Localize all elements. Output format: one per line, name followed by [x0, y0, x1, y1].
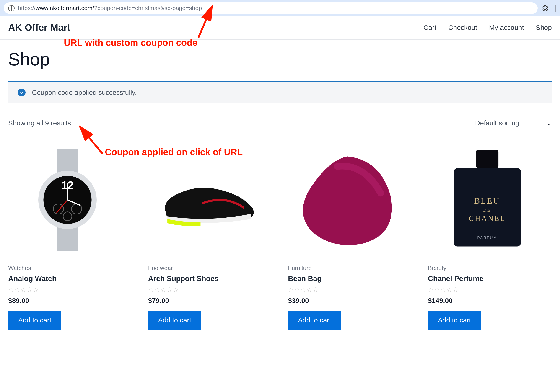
- svg-rect-13: [476, 149, 498, 168]
- chevron-down-icon: ⌄: [547, 119, 552, 127]
- product-image[interactable]: 12: [8, 141, 127, 259]
- product-name[interactable]: Chanel Perfume: [428, 274, 552, 283]
- product-card: Footwear Arch Support Shoes ☆☆☆☆☆ $79.00…: [148, 141, 272, 330]
- add-to-cart-button[interactable]: Add to cart: [8, 311, 61, 330]
- add-to-cart-button[interactable]: Add to cart: [288, 311, 341, 330]
- site-header: AK Offer Mart Cart Checkout My account S…: [0, 16, 560, 40]
- rating-stars: ☆☆☆☆☆: [428, 286, 552, 294]
- nav-shop[interactable]: Shop: [536, 24, 552, 31]
- shop-toolbar: Showing all 9 results Default sorting ⌄: [8, 119, 552, 127]
- alert-text: Coupon code applied successfully.: [32, 89, 137, 96]
- product-category: Watches: [8, 265, 132, 272]
- product-price: $79.00: [148, 297, 272, 304]
- site-title[interactable]: AK Offer Mart: [8, 22, 70, 33]
- svg-text:BLEU: BLEU: [474, 196, 500, 205]
- sort-label: Default sorting: [475, 119, 519, 127]
- svg-rect-3: [57, 225, 79, 251]
- rating-stars: ☆☆☆☆☆: [288, 286, 412, 294]
- url-text: https://www.akoffermart.com/?coupon-code…: [18, 5, 202, 12]
- product-card: Furniture Bean Bag ☆☆☆☆☆ $39.00 Add to c…: [288, 141, 412, 330]
- results-count: Showing all 9 results: [8, 119, 71, 127]
- add-to-cart-button[interactable]: Add to cart: [428, 311, 481, 330]
- check-icon: [18, 89, 26, 96]
- product-price: $149.00: [428, 297, 552, 304]
- product-grid: 12 Watches Analog Watch ☆☆☆☆☆ $89.00 Add…: [8, 141, 552, 330]
- product-name[interactable]: Arch Support Shoes: [148, 274, 272, 283]
- product-image[interactable]: [288, 141, 407, 259]
- nav-my-account[interactable]: My account: [489, 24, 524, 31]
- svg-text:DE: DE: [483, 208, 491, 213]
- nav-checkout[interactable]: Checkout: [448, 24, 477, 31]
- product-image[interactable]: BLEU DE CHANEL PARFUM: [428, 141, 547, 259]
- primary-nav: Cart Checkout My account Shop: [423, 24, 552, 31]
- page-body: URL with custom coupon code Shop Coupon …: [0, 40, 560, 343]
- globe-icon: [8, 5, 15, 11]
- rating-stars: ☆☆☆☆☆: [8, 286, 132, 294]
- product-category: Footwear: [148, 265, 272, 272]
- product-name[interactable]: Analog Watch: [8, 274, 132, 283]
- add-to-cart-button[interactable]: Add to cart: [148, 311, 201, 330]
- product-price: $39.00: [288, 297, 412, 304]
- product-card: BLEU DE CHANEL PARFUM Beauty Chanel Perf…: [428, 141, 552, 330]
- separator-icon: |: [555, 4, 556, 12]
- svg-rect-14: [453, 168, 521, 247]
- product-image[interactable]: [148, 141, 267, 259]
- success-alert: Coupon code applied successfully.: [8, 81, 552, 103]
- extensions-icon[interactable]: [541, 4, 549, 12]
- svg-text:PARFUM: PARFUM: [477, 236, 497, 240]
- page-title: Shop: [8, 49, 552, 70]
- product-category: Furniture: [288, 265, 412, 272]
- nav-cart[interactable]: Cart: [423, 24, 436, 31]
- svg-text:CHANEL: CHANEL: [469, 214, 506, 222]
- sort-select[interactable]: Default sorting ⌄: [475, 119, 552, 127]
- product-price: $89.00: [8, 297, 132, 304]
- product-card: 12 Watches Analog Watch ☆☆☆☆☆ $89.00 Add…: [8, 141, 132, 330]
- product-category: Beauty: [428, 265, 552, 272]
- address-bar[interactable]: https://www.akoffermart.com/?coupon-code…: [4, 2, 538, 14]
- product-name[interactable]: Bean Bag: [288, 274, 412, 283]
- svg-rect-2: [57, 149, 79, 174]
- browser-chrome: https://www.akoffermart.com/?coupon-code…: [0, 0, 560, 16]
- rating-stars: ☆☆☆☆☆: [148, 286, 272, 294]
